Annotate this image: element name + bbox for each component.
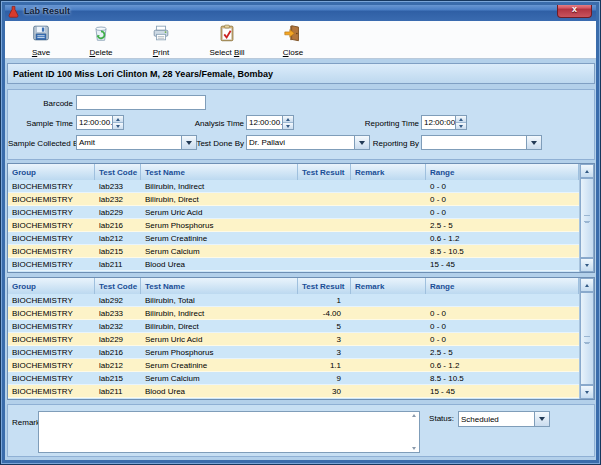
cell-result: 5 [298,320,351,332]
cell-code: lab216 [95,346,141,358]
cell-name: Bilirubin, Indirect [141,180,298,192]
title-bar: Lab Result x [1,1,600,21]
table-row[interactable]: BIOCHEMISTRYlab215Serum Calcium98.5 - 10… [8,372,579,385]
cell-range: 2.5 - 5 [426,219,579,231]
spin-down-icon [116,125,120,128]
toolbar-button-label: Select Bill [209,48,244,57]
cell-remark [351,180,426,192]
cell-remark [351,232,426,244]
cell-group: BIOCHEMISTRY [8,245,95,257]
table-row[interactable]: BIOCHEMISTRYlab229Serum Uric Acid0 - 0 [8,206,579,219]
table-row[interactable]: BIOCHEMISTRYlab212Serum Creatinine1.10.6… [8,359,579,372]
chevron-down-icon[interactable] [526,136,541,149]
reporting-time-spinner[interactable] [455,116,466,129]
select-bill-button[interactable]: Select Bill [196,21,258,59]
analysis-time-label: Analysis Time [138,119,244,128]
scroll-up-button[interactable] [580,278,594,292]
vertical-scrollbar[interactable] [579,164,594,272]
analysis-time-spinner[interactable] [282,116,293,129]
table-row[interactable]: BIOCHEMISTRYlab233Bilirubin, Indirect0 -… [8,180,579,193]
cell-group: BIOCHEMISTRY [8,359,95,371]
print-button[interactable]: Print [136,21,186,59]
spin-up-icon [116,118,120,121]
cell-remark [351,294,426,306]
column-header-code[interactable]: Test Code [95,164,141,180]
chevron-down-icon[interactable] [534,412,549,426]
column-header-range[interactable]: Range [426,278,579,294]
close-icon [283,23,303,47]
table-row[interactable]: BIOCHEMISTRYlab292Bilirubin, Total1 [8,294,579,307]
patient-info-text: Patient ID 100 Miss Lori Clinton M, 28 Y… [13,69,273,79]
scroll-down-button[interactable] [580,258,594,272]
status-select[interactable]: Scheduled [458,411,550,427]
table-row[interactable]: BIOCHEMISTRYlab232Bilirubin, Direct0 - 0 [8,193,579,206]
cell-range: 8.5 - 10.5 [426,372,579,384]
scroll-thumb[interactable] [580,292,594,385]
toolbar-button-label: Delete [89,48,112,57]
scroll-thumb[interactable] [580,178,594,258]
scroll-up-button[interactable] [580,164,594,178]
table-row[interactable]: BIOCHEMISTRYlab216Serum Phosphorus32.5 -… [8,346,579,359]
app-flask-icon [7,5,20,18]
column-header-result[interactable]: Test Result [298,278,351,294]
barcode-input[interactable] [76,95,206,110]
table-row[interactable]: BIOCHEMISTRYlab212Serum Creatinine0.6 - … [8,232,579,245]
cell-result [298,206,351,218]
table-row[interactable]: BIOCHEMISTRYlab229Serum Uric Acid30 - 0 [8,333,579,346]
column-header-code[interactable]: Test Code [95,278,141,294]
delete-icon [91,23,111,47]
table-row[interactable]: BIOCHEMISTRYlab216Serum Phosphorus2.5 - … [8,219,579,232]
table-row[interactable]: BIOCHEMISTRYlab232Bilirubin, Direct50 - … [8,320,579,333]
cell-group: BIOCHEMISTRY [8,346,95,358]
table-row[interactable]: BIOCHEMISTRYlab211Blood Urea3015 - 45 [8,385,579,398]
table-row[interactable]: BIOCHEMISTRYlab211Blood Urea15 - 45 [8,258,579,271]
cell-range [426,294,579,306]
sample-collected-by-label: Sample Collected By [8,139,73,148]
cell-name: Serum Creatinine [141,359,298,371]
column-header-name[interactable]: Test Name [141,164,298,180]
remark-textarea[interactable] [38,411,420,453]
cell-range: 0.6 - 1.2 [426,359,579,371]
cell-remark [351,385,426,397]
delete-button[interactable]: Delete [76,21,126,59]
grid-header: GroupTest CodeTest NameTest ResultRemark… [8,278,579,295]
column-header-range[interactable]: Range [426,164,579,180]
reporting-by-select[interactable] [421,135,542,150]
sample-time-input[interactable]: 12:00:00. [76,115,124,130]
cell-group: BIOCHEMISTRY [8,206,95,218]
close-button[interactable]: Close [268,21,318,59]
save-button[interactable]: Save [16,21,66,59]
cell-name: Bilirubin, Direct [141,320,298,332]
cell-result: 1 [298,294,351,306]
column-header-group[interactable]: Group [8,164,95,180]
column-header-group[interactable]: Group [8,278,95,294]
column-header-result[interactable]: Test Result [298,164,351,180]
cell-code: lab229 [95,206,141,218]
cell-result: 30 [298,385,351,397]
vertical-scrollbar[interactable] [579,278,594,399]
save-icon [31,23,51,47]
grid-body: BIOCHEMISTRYlab292Bilirubin, Total1BIOCH… [8,294,579,399]
column-header-name[interactable]: Test Name [141,278,298,294]
cell-range: 0 - 0 [426,333,579,345]
cell-group: BIOCHEMISTRY [8,307,95,319]
cell-name: Serum Phosphorus [141,346,298,358]
table-row[interactable]: BIOCHEMISTRYlab233Bilirubin, Indirect-4.… [8,307,579,320]
status-label: Status: [406,414,454,423]
table-row[interactable]: BIOCHEMISTRYlab215Serum Calcium8.5 - 10.… [8,245,579,258]
scroll-down-button[interactable] [580,385,594,399]
window-close-button[interactable]: x [557,1,592,18]
cell-result [298,180,351,192]
analysis-time-input[interactable]: 12:00:00. [246,115,294,130]
spin-up-icon [459,118,463,121]
cell-code: lab233 [95,307,141,319]
cell-range: 15 - 45 [426,385,579,397]
column-header-remark[interactable]: Remark [351,278,426,294]
cell-range: 0 - 0 [426,206,579,218]
cell-remark [351,333,426,345]
reporting-time-input[interactable]: 12:00:00. [421,115,467,130]
column-header-remark[interactable]: Remark [351,164,426,180]
cell-group: BIOCHEMISTRY [8,232,95,244]
sample-time-spinner[interactable] [112,116,123,129]
cell-code: lab229 [95,333,141,345]
